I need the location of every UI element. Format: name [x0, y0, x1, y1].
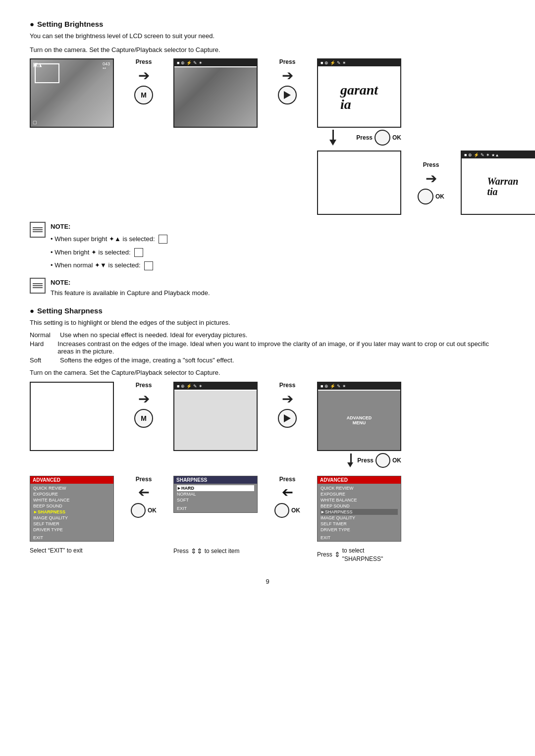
menu-image-quality-r: IMAGE QUALITY — [321, 515, 398, 521]
sharpness-intro: This setting is to highlight or blend th… — [30, 318, 505, 328]
sharpness-title: ● Setting Sharpness — [30, 306, 505, 315]
menu-exposure-l: EXPOSURE — [33, 491, 110, 497]
note2-icon — [30, 278, 46, 294]
menu-sharpness-l: ►SHARPNESS — [33, 509, 110, 515]
menu-sharpness-r: ►SHARPNESS — [321, 509, 398, 515]
sharpness-row-soft: Soft Softens the edges of the image, cre… — [30, 356, 505, 364]
arrow-press-m-sharp: Press ➔ M — [114, 382, 173, 428]
menu-exposure-r: EXPOSURE — [321, 491, 398, 497]
menu-exit-l: EXIT — [30, 534, 113, 541]
note2-block: NOTE: This feature is available in Captu… — [30, 278, 505, 299]
play-button-sharp[interactable] — [278, 409, 297, 428]
sharpness-exit-label: EXIT — [177, 506, 254, 511]
brightness-desc2: Turn on the camera. Set the Capture/Play… — [30, 45, 505, 55]
sharpness-normal: NORMAL — [177, 491, 254, 497]
sharpness-step1-cam — [30, 382, 114, 451]
sharpness-row-hard: Hard Increases contrast on the edges of … — [30, 340, 505, 355]
ok-button-sharp-r[interactable] — [274, 503, 289, 518]
sharpness-menu-header: SHARPNESS — [174, 476, 257, 484]
sharpness-menus-row: ADVANCED QUICK REVIEW EXPOSURE WHITE BAL… — [30, 476, 505, 542]
sharpness-desc-end: Turn on the camera. Set the Capture/Play… — [30, 368, 505, 378]
m-button-sharp[interactable]: M — [134, 409, 153, 428]
brightness-blank-box — [317, 151, 401, 215]
brightness-garanta1: ■⊕⚡✎✶ garant ia — [317, 58, 401, 128]
sharpness-section: ● Setting Sharpness This setting is to h… — [30, 306, 505, 563]
ok-button-sharp-l[interactable] — [131, 503, 146, 518]
captions-row: Select “EXIT” to exit Press ⇕⇕ to select… — [30, 547, 505, 563]
sharpness-menu: SHARPNESS ►HARD NORMAL SOFT EXIT — [173, 476, 258, 513]
arrow-press-play-sharp: Press ➔ — [258, 382, 317, 428]
caption-left: Select “EXIT” to exit — [30, 547, 114, 555]
advanced-menu-right: ADVANCED QUICK REVIEW EXPOSURE WHITE BAL… — [317, 476, 401, 542]
advanced-menu-left: ADVANCED QUICK REVIEW EXPOSURE WHITE BAL… — [30, 476, 114, 542]
menu-beep-sound-r: BEEP SOUND — [321, 503, 398, 509]
advanced-items-right: QUICK REVIEW EXPOSURE WHITE BALANCE BEEP… — [318, 484, 401, 534]
advanced-header-left: ADVANCED — [30, 476, 113, 484]
ok-button-sharp1[interactable] — [375, 453, 390, 468]
menu-self-timer-l: SELF TIMER — [33, 521, 110, 527]
brightness-step2-cam: ■ ⊕ ⚡ ✎ ✶ — [173, 58, 258, 128]
menu-self-timer-r: SELF TIMER — [321, 521, 398, 527]
arrow-press-play-brightness: Press ➔ — [258, 58, 317, 104]
sharpness-flow1: Press ➔ M ■⊕⚡✎✶ Press ➔ — [30, 382, 505, 468]
brightness-step1-cam: 043** ▣◮ ▢ — [30, 58, 114, 128]
play-icon — [284, 91, 291, 99]
m-button-brightness[interactable]: M — [134, 86, 153, 104]
sharpness-soft: SOFT — [177, 497, 254, 503]
brightness-desc1: You can set the brightness level of LCD … — [30, 31, 505, 41]
note2-content: NOTE: This feature is available in Captu… — [51, 278, 210, 299]
sharpness-rows: Normal Use when no special effect is nee… — [30, 331, 505, 364]
menu-quick-review-r: QUICK REVIEW — [321, 485, 398, 491]
play-icon-sharp — [284, 414, 291, 422]
sharpness-hard: ►HARD — [177, 485, 254, 491]
menu-white-balance-r: WHITE BALANCE — [321, 497, 398, 503]
sharpness-right-stack: ■⊕⚡✎✶ ADVANCEDMENU Press OK — [317, 382, 401, 468]
ok-button2-brightness[interactable] — [418, 189, 433, 204]
sharpness-bullet: ● — [30, 306, 34, 315]
menu-exit-r: EXIT — [318, 534, 401, 541]
page-number: 9 — [30, 578, 505, 585]
arrow-press-ok-sharp-right: Press ➔ OK — [258, 476, 317, 518]
sharpness-step2-cam: ■⊕⚡✎✶ — [173, 382, 258, 451]
note1-content: NOTE: • When super bright ✦▲ is selected… — [51, 222, 167, 271]
brightness-section: ● Setting Brightness You can set the bri… — [30, 20, 505, 299]
arrow-press-ok-sharp-left: Press ➔ OK — [114, 476, 173, 518]
bullet: ● — [30, 20, 34, 28]
menu-quick-review-l: QUICK REVIEW — [33, 485, 110, 491]
play-button-brightness[interactable] — [278, 86, 297, 104]
menu-beep-sound-l: BEEP SOUND — [33, 503, 110, 509]
sharpness-step3-cam: ■⊕⚡✎✶ ADVANCEDMENU — [317, 382, 401, 451]
cam-icon-bar: ■ ⊕ ⚡ ✎ ✶ — [174, 59, 257, 66]
advanced-items-left: QUICK REVIEW EXPOSURE WHITE BALANCE BEEP… — [30, 484, 113, 534]
brightness-garanta2: ■⊕⚡✎✶ ★▲ Warran tia — [461, 151, 535, 215]
menu-driver-type-l: DRIVER TYPE — [33, 527, 110, 533]
advanced-header-right: ADVANCED — [318, 476, 401, 484]
menu-driver-type-r: DRIVER TYPE — [321, 527, 398, 533]
menu-image-quality-l: IMAGE QUALITY — [33, 515, 110, 521]
sharpness-row-normal: Normal Use when no special effect is nee… — [30, 331, 505, 339]
arrow-press-m-brightness: Press ➔ M — [114, 58, 173, 104]
brightness-title: ● Setting Brightness — [30, 20, 505, 28]
arrow-press-ok-brightness: Press ➔ OK — [401, 161, 461, 204]
note1-icon — [30, 222, 46, 238]
brightness-flow: 043** ▣◮ ▢ Press ➔ M ■ ⊕ ⚡ ✎ ✶ — [30, 58, 505, 215]
note1-block: NOTE: • When super bright ✦▲ is selected… — [30, 222, 505, 271]
sharpness-menu-items: ►HARD NORMAL SOFT EXIT — [174, 484, 257, 512]
brightness-right-bottom: Press ➔ OK ■⊕⚡✎✶ ★▲ — [317, 151, 535, 215]
brightness-right-stack: ■⊕⚡✎✶ garant ia — [317, 58, 535, 215]
caption-right: Press ⇕ to select"SHARPNESS" — [317, 547, 401, 563]
menu-white-balance-l: WHITE BALANCE — [33, 497, 110, 503]
brightness-right-top: ■⊕⚡✎✶ garant ia — [317, 58, 401, 146]
ok-button1-brightness[interactable] — [374, 130, 390, 146]
caption-middle: Press ⇕⇕ to select item — [173, 547, 258, 556]
